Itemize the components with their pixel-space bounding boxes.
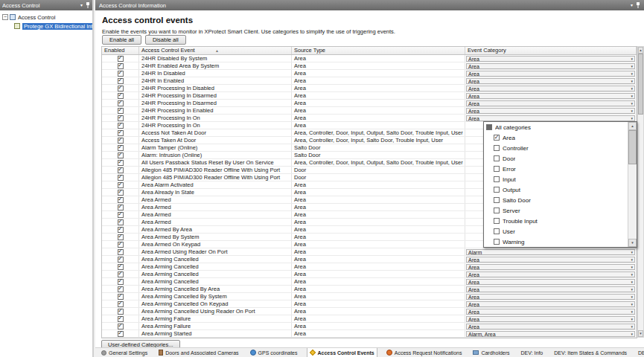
category-option-door[interactable]: ✓ Door — [484, 153, 628, 164]
scroll-up-icon[interactable]: ▲ — [628, 122, 637, 130]
enable-all-button[interactable]: Enable all — [102, 35, 141, 45]
enabled-checkbox[interactable]: ✓ — [118, 242, 124, 248]
category-option-checkbox[interactable]: ✓ — [494, 135, 500, 141]
enabled-checkbox[interactable]: ✓ — [118, 227, 124, 233]
tab-access-control-events[interactable]: Access Control Events — [307, 348, 377, 357]
column-header-enabled[interactable]: Enabled — [102, 47, 139, 54]
enabled-checkbox[interactable]: ✓ — [118, 271, 124, 277]
enabled-checkbox[interactable]: ✓ — [118, 93, 124, 99]
enabled-checkbox[interactable]: ✓ — [118, 309, 124, 315]
category-combo[interactable]: Alarm, Area ▾ — [466, 331, 635, 337]
chevron-down-icon[interactable]: ▾ — [80, 3, 83, 7]
category-combo[interactable]: Area ▾ — [466, 108, 635, 114]
enabled-checkbox[interactable]: ✓ — [118, 331, 124, 337]
category-option-input[interactable]: ✓ Input — [484, 174, 628, 184]
category-option-all-categories[interactable]: ✓ All categories — [484, 122, 628, 132]
category-combo[interactable]: Area ▾ — [466, 56, 635, 62]
category-combo[interactable]: Area ▾ — [466, 309, 635, 315]
category-option-checkbox[interactable]: ✓ — [494, 208, 500, 213]
category-option-checkbox[interactable]: ✓ — [494, 239, 500, 245]
category-option-checkbox[interactable]: ✓ — [494, 145, 500, 151]
table-row[interactable]: ✓ Area Arming Cancelled By System Area A… — [102, 293, 637, 300]
category-combo[interactable]: Area ▾ — [466, 100, 635, 106]
category-option-user[interactable]: ✓ User — [484, 226, 628, 237]
category-combo[interactable]: Area ▾ — [466, 324, 635, 329]
enabled-checkbox[interactable]: ✓ — [118, 152, 124, 158]
enabled-checkbox[interactable]: ✓ — [118, 100, 124, 106]
category-combo[interactable]: Area ▾ — [466, 257, 635, 263]
category-combo[interactable]: Area ▾ — [466, 264, 635, 270]
category-option-output[interactable]: ✓ Output — [484, 184, 628, 195]
category-option-checkbox[interactable]: ✓ — [486, 124, 492, 130]
table-row[interactable]: ✓ Area Arming Cancelled Area Area ▾ — [102, 271, 637, 278]
enabled-checkbox[interactable]: ✓ — [118, 71, 124, 77]
table-row[interactable]: ✓ Area Arming Cancelled Using Reader On … — [102, 308, 637, 315]
table-row[interactable]: ✓ Area Arming Cancelled Area Area ▾ — [102, 278, 637, 286]
category-option-error[interactable]: ✓ Error — [484, 164, 628, 174]
enabled-checkbox[interactable]: ✓ — [118, 279, 124, 285]
scrollbar-thumb[interactable] — [638, 54, 643, 115]
enabled-checkbox[interactable]: ✓ — [118, 294, 124, 300]
enabled-checkbox[interactable]: ✓ — [118, 212, 124, 218]
scrollbar-track[interactable] — [638, 54, 643, 330]
enabled-checkbox[interactable]: ✓ — [118, 160, 124, 166]
category-combo[interactable]: Area ▾ — [466, 286, 635, 292]
category-combo[interactable]: Area ▾ — [466, 93, 635, 99]
table-row[interactable]: ✓ 24HR In Disabled Area Area ▾ — [102, 70, 637, 77]
category-combo[interactable]: Area ▾ — [466, 86, 635, 91]
table-row[interactable]: ✓ Area Arming Failure Area Area ▾ — [102, 315, 637, 323]
enabled-checkbox[interactable]: ✓ — [118, 234, 124, 240]
category-option-checkbox[interactable]: ✓ — [494, 197, 500, 203]
enabled-checkbox[interactable]: ✓ — [118, 56, 124, 62]
tab-dev-category-mapping[interactable]: DEV: Category Mapping — [636, 348, 644, 357]
table-row[interactable]: ✓ 24HR Processing In Disabled Area Area … — [102, 85, 637, 92]
enabled-checkbox[interactable]: ✓ — [118, 115, 124, 121]
enabled-checkbox[interactable]: ✓ — [118, 316, 124, 322]
tab-general-settings[interactable]: General Settings — [99, 348, 150, 357]
table-row[interactable]: ✓ 24HR Processing In Disarmed Area Area … — [102, 92, 637, 100]
category-combo[interactable]: Area ▾ — [466, 301, 635, 307]
tab-gps-coordinates[interactable]: GPS coordinates — [248, 348, 300, 357]
scroll-up-icon[interactable]: ▲ — [638, 47, 643, 54]
pin-icon[interactable] — [636, 2, 640, 9]
table-row[interactable]: ✓ Area Arming Cancelled Area Area ▾ — [102, 256, 637, 263]
scroll-down-icon[interactable]: ▼ — [638, 330, 643, 337]
table-row[interactable]: ✓ Area Arming Cancelled Area Area ▾ — [102, 263, 637, 271]
expander-minus-icon[interactable]: − — [2, 14, 8, 20]
enabled-checkbox[interactable]: ✓ — [118, 145, 124, 151]
scroll-down-icon[interactable]: ▼ — [628, 239, 637, 247]
category-option-checkbox[interactable]: ✓ — [494, 166, 500, 172]
category-combo[interactable]: Alarm ▾ — [466, 249, 635, 255]
enabled-checkbox[interactable]: ✓ — [118, 257, 124, 263]
category-combo[interactable]: Area ▾ — [466, 271, 635, 277]
category-combo[interactable]: Area ▾ — [466, 294, 635, 300]
category-option-salto-door[interactable]: ✓ Salto Door — [484, 195, 628, 205]
category-option-server[interactable]: ✓ Server — [484, 205, 628, 216]
dropdown-scrollbar[interactable]: ▲ ▼ — [628, 122, 637, 247]
pin-icon[interactable] — [86, 2, 90, 9]
enabled-checkbox[interactable]: ✓ — [118, 78, 124, 84]
enabled-checkbox[interactable]: ✓ — [118, 205, 124, 210]
table-row[interactable]: ✓ 24HR Enabled Area By System Area Area … — [102, 62, 637, 70]
disable-all-button[interactable]: Disable all — [145, 35, 186, 45]
table-scrollbar[interactable]: ▲ ▼ — [637, 46, 644, 338]
category-option-checkbox[interactable]: ✓ — [494, 218, 500, 224]
chevron-down-icon[interactable]: ▾ — [631, 3, 633, 7]
tree-node-protege-gx[interactable]: Protege GX Bidirectional Integratio — [14, 22, 92, 30]
category-combo[interactable]: Area ▾ — [466, 115, 635, 121]
enabled-checkbox[interactable]: ✓ — [118, 190, 124, 196]
enabled-checkbox[interactable]: ✓ — [118, 197, 124, 203]
category-combo[interactable]: Area ▾ — [466, 63, 635, 69]
table-row[interactable]: ✓ Area Arming Failure Area Area ▾ — [102, 323, 637, 330]
enabled-checkbox[interactable]: ✓ — [118, 301, 124, 307]
enabled-checkbox[interactable]: ✓ — [118, 138, 124, 144]
category-option-trouble-input[interactable]: ✓ Trouble Input — [484, 216, 628, 226]
enabled-checkbox[interactable]: ✓ — [118, 219, 124, 225]
tab-dev-info[interactable]: DEV: Info — [519, 348, 546, 357]
enabled-checkbox[interactable]: ✓ — [118, 264, 124, 270]
tab-access-request-notifications[interactable]: Access Request Notifications — [384, 348, 465, 357]
scrollbar-thumb[interactable] — [628, 130, 637, 164]
category-option-area[interactable]: ✓ Area — [484, 132, 628, 143]
enabled-checkbox[interactable]: ✓ — [118, 324, 124, 329]
table-row[interactable]: ✓ Area Armed Using Reader On Port Area A… — [102, 248, 637, 256]
